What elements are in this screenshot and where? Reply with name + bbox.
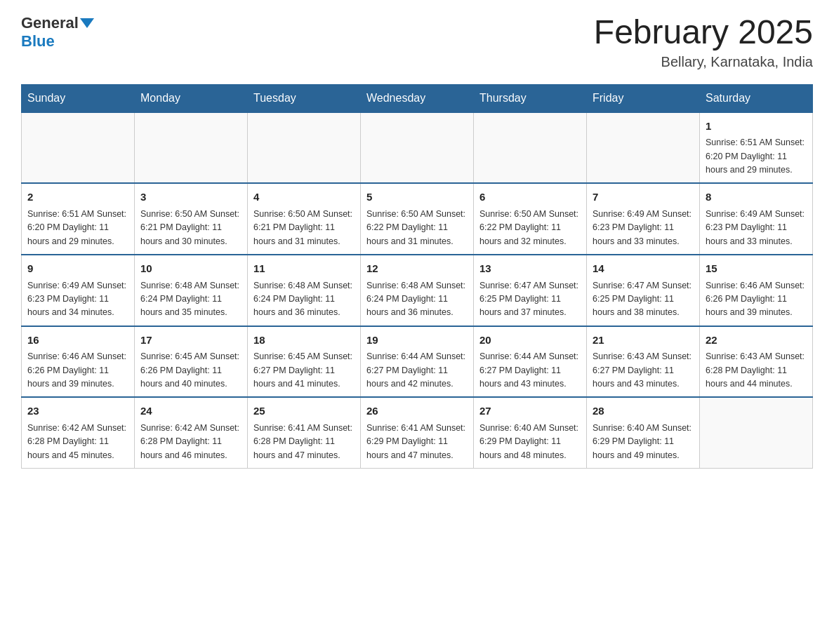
calendar-cell [700, 397, 813, 468]
calendar-cell: 4Sunrise: 6:50 AM Sunset: 6:21 PM Daylig… [248, 183, 361, 255]
day-info: Sunrise: 6:40 AM Sunset: 6:29 PM Dayligh… [593, 422, 694, 462]
day-info: Sunrise: 6:46 AM Sunset: 6:26 PM Dayligh… [27, 350, 128, 391]
day-number: 4 [253, 189, 355, 206]
calendar-cell [248, 112, 361, 184]
logo-blue-text: Blue [21, 32, 55, 51]
calendar-header: SundayMondayTuesdayWednesdayThursdayFrid… [22, 84, 813, 112]
day-number: 10 [140, 261, 241, 277]
day-number: 28 [593, 403, 694, 420]
calendar-cell [474, 112, 587, 184]
day-info: Sunrise: 6:50 AM Sunset: 6:21 PM Dayligh… [253, 208, 355, 248]
day-number: 13 [479, 261, 581, 277]
day-info: Sunrise: 6:44 AM Sunset: 6:27 PM Dayligh… [479, 350, 581, 391]
calendar-cell: 10Sunrise: 6:48 AM Sunset: 6:24 PM Dayli… [135, 255, 248, 326]
calendar-cell: 14Sunrise: 6:47 AM Sunset: 6:25 PM Dayli… [587, 255, 700, 326]
calendar-cell: 24Sunrise: 6:42 AM Sunset: 6:28 PM Dayli… [135, 397, 248, 468]
day-number: 16 [27, 333, 128, 349]
day-info: Sunrise: 6:41 AM Sunset: 6:28 PM Dayligh… [253, 422, 355, 462]
calendar-cell [361, 112, 474, 184]
day-info: Sunrise: 6:45 AM Sunset: 6:27 PM Dayligh… [253, 350, 355, 391]
day-info: Sunrise: 6:44 AM Sunset: 6:27 PM Dayligh… [366, 350, 468, 391]
weekday-header-tuesday: Tuesday [248, 84, 361, 112]
day-number: 8 [706, 189, 807, 206]
day-info: Sunrise: 6:43 AM Sunset: 6:27 PM Dayligh… [593, 350, 694, 391]
calendar-cell: 11Sunrise: 6:48 AM Sunset: 6:24 PM Dayli… [248, 255, 361, 326]
day-info: Sunrise: 6:49 AM Sunset: 6:23 PM Dayligh… [706, 208, 807, 248]
calendar-week-row: 9Sunrise: 6:49 AM Sunset: 6:23 PM Daylig… [22, 255, 813, 326]
calendar-cell: 23Sunrise: 6:42 AM Sunset: 6:28 PM Dayli… [22, 397, 135, 468]
calendar-week-row: 2Sunrise: 6:51 AM Sunset: 6:20 PM Daylig… [22, 183, 813, 255]
page-header: General Blue February 2025 Bellary, Karn… [21, 14, 813, 70]
day-info: Sunrise: 6:42 AM Sunset: 6:28 PM Dayligh… [27, 422, 128, 462]
calendar-cell [135, 112, 248, 184]
calendar-cell: 3Sunrise: 6:50 AM Sunset: 6:21 PM Daylig… [135, 183, 248, 255]
day-number: 5 [366, 189, 468, 206]
weekday-header-friday: Friday [587, 84, 700, 112]
day-number: 17 [140, 333, 241, 349]
day-number: 19 [366, 333, 468, 349]
calendar-cell: 20Sunrise: 6:44 AM Sunset: 6:27 PM Dayli… [474, 326, 587, 398]
day-number: 1 [706, 119, 807, 135]
calendar-cell: 21Sunrise: 6:43 AM Sunset: 6:27 PM Dayli… [587, 326, 700, 398]
day-info: Sunrise: 6:50 AM Sunset: 6:22 PM Dayligh… [366, 208, 468, 248]
day-info: Sunrise: 6:47 AM Sunset: 6:25 PM Dayligh… [479, 279, 581, 320]
day-number: 20 [479, 333, 581, 349]
day-info: Sunrise: 6:50 AM Sunset: 6:21 PM Dayligh… [140, 208, 241, 248]
calendar-cell: 15Sunrise: 6:46 AM Sunset: 6:26 PM Dayli… [700, 255, 813, 326]
calendar-cell: 17Sunrise: 6:45 AM Sunset: 6:26 PM Dayli… [135, 326, 248, 398]
calendar-table: SundayMondayTuesdayWednesdayThursdayFrid… [21, 84, 813, 469]
day-number: 7 [593, 189, 694, 206]
weekday-header-saturday: Saturday [700, 84, 813, 112]
day-number: 18 [253, 333, 355, 349]
weekday-header-wednesday: Wednesday [361, 84, 474, 112]
day-info: Sunrise: 6:46 AM Sunset: 6:26 PM Dayligh… [706, 279, 807, 320]
day-info: Sunrise: 6:51 AM Sunset: 6:20 PM Dayligh… [27, 208, 128, 248]
day-number: 27 [479, 403, 581, 420]
calendar-week-row: 23Sunrise: 6:42 AM Sunset: 6:28 PM Dayli… [22, 397, 813, 468]
title-area: February 2025 Bellary, Karnataka, India [594, 14, 813, 70]
calendar-week-row: 1Sunrise: 6:51 AM Sunset: 6:20 PM Daylig… [22, 112, 813, 184]
day-number: 14 [593, 261, 694, 277]
day-number: 22 [706, 333, 807, 349]
calendar-cell [587, 112, 700, 184]
day-info: Sunrise: 6:51 AM Sunset: 6:20 PM Dayligh… [706, 136, 807, 177]
day-info: Sunrise: 6:41 AM Sunset: 6:29 PM Dayligh… [366, 422, 468, 462]
day-number: 21 [593, 333, 694, 349]
day-number: 25 [253, 403, 355, 420]
weekday-header-sunday: Sunday [22, 84, 135, 112]
day-number: 6 [479, 189, 581, 206]
day-number: 24 [140, 403, 241, 420]
day-number: 12 [366, 261, 468, 277]
day-number: 9 [27, 261, 128, 277]
calendar-cell: 25Sunrise: 6:41 AM Sunset: 6:28 PM Dayli… [248, 397, 361, 468]
day-info: Sunrise: 6:47 AM Sunset: 6:25 PM Dayligh… [593, 279, 694, 320]
calendar-cell: 6Sunrise: 6:50 AM Sunset: 6:22 PM Daylig… [474, 183, 587, 255]
day-info: Sunrise: 6:48 AM Sunset: 6:24 PM Dayligh… [140, 279, 241, 320]
day-info: Sunrise: 6:50 AM Sunset: 6:22 PM Dayligh… [479, 208, 581, 248]
calendar-cell: 16Sunrise: 6:46 AM Sunset: 6:26 PM Dayli… [22, 326, 135, 398]
calendar-cell: 5Sunrise: 6:50 AM Sunset: 6:22 PM Daylig… [361, 183, 474, 255]
day-number: 3 [140, 189, 241, 206]
logo-general-text: General [21, 14, 79, 32]
calendar-cell: 7Sunrise: 6:49 AM Sunset: 6:23 PM Daylig… [587, 183, 700, 255]
calendar-cell: 8Sunrise: 6:49 AM Sunset: 6:23 PM Daylig… [700, 183, 813, 255]
calendar-cell: 1Sunrise: 6:51 AM Sunset: 6:20 PM Daylig… [700, 112, 813, 184]
day-info: Sunrise: 6:43 AM Sunset: 6:28 PM Dayligh… [706, 350, 807, 391]
calendar-cell: 19Sunrise: 6:44 AM Sunset: 6:27 PM Dayli… [361, 326, 474, 398]
calendar-cell: 28Sunrise: 6:40 AM Sunset: 6:29 PM Dayli… [587, 397, 700, 468]
logo: General Blue [21, 14, 94, 51]
day-info: Sunrise: 6:49 AM Sunset: 6:23 PM Dayligh… [593, 208, 694, 248]
day-number: 15 [706, 261, 807, 277]
calendar-cell: 9Sunrise: 6:49 AM Sunset: 6:23 PM Daylig… [22, 255, 135, 326]
day-info: Sunrise: 6:42 AM Sunset: 6:28 PM Dayligh… [140, 422, 241, 462]
calendar-cell: 27Sunrise: 6:40 AM Sunset: 6:29 PM Dayli… [474, 397, 587, 468]
day-number: 2 [27, 189, 128, 206]
day-info: Sunrise: 6:49 AM Sunset: 6:23 PM Dayligh… [27, 279, 128, 320]
calendar-cell [22, 112, 135, 184]
day-info: Sunrise: 6:40 AM Sunset: 6:29 PM Dayligh… [479, 422, 581, 462]
calendar-cell: 26Sunrise: 6:41 AM Sunset: 6:29 PM Dayli… [361, 397, 474, 468]
day-number: 26 [366, 403, 468, 420]
day-info: Sunrise: 6:48 AM Sunset: 6:24 PM Dayligh… [366, 279, 468, 320]
weekday-header-thursday: Thursday [474, 84, 587, 112]
day-number: 23 [27, 403, 128, 420]
